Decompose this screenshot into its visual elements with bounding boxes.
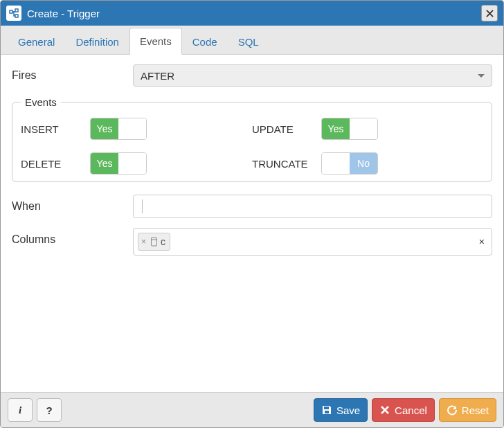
- info-icon: i: [19, 404, 21, 416]
- tab-code[interactable]: Code: [182, 28, 228, 55]
- column-tag: × c: [138, 233, 170, 251]
- when-row: When: [12, 195, 492, 218]
- columns-input[interactable]: × c ×: [133, 228, 492, 256]
- tab-definition[interactable]: Definition: [65, 28, 129, 55]
- columns-row: Columns × c ×: [12, 228, 492, 256]
- truncate-label: TRUNCATE: [252, 158, 321, 170]
- delete-row: DELETE Yes: [21, 152, 252, 175]
- fires-row: Fires AFTER: [12, 64, 492, 87]
- truncate-switch-value: No: [350, 153, 377, 174]
- delete-label: DELETE: [21, 158, 90, 170]
- when-value: [141, 199, 143, 213]
- update-switch[interactable]: Yes: [321, 118, 378, 140]
- insert-label: INSERT: [21, 123, 90, 135]
- close-icon: [486, 10, 494, 17]
- cancel-icon: [379, 404, 390, 416]
- update-switch-value: Yes: [322, 118, 350, 139]
- tab-events[interactable]: Events: [129, 28, 182, 55]
- help-button[interactable]: ?: [37, 398, 62, 422]
- column-tag-name: c: [161, 236, 165, 247]
- tab-general[interactable]: General: [8, 28, 65, 55]
- when-label: When: [12, 200, 133, 213]
- dialog-title: Create - Trigger: [27, 8, 481, 19]
- truncate-switch[interactable]: No: [321, 152, 378, 175]
- fires-select[interactable]: AFTER: [133, 64, 492, 87]
- trigger-icon: [6, 6, 21, 21]
- insert-switch[interactable]: Yes: [90, 118, 147, 140]
- events-group-label: Events: [21, 96, 61, 108]
- close-button[interactable]: [481, 5, 498, 21]
- cancel-button[interactable]: Cancel: [372, 398, 435, 422]
- events-tab-content: Fires AFTER Events INSERT Yes UPDATE: [1, 55, 503, 392]
- reset-button-label: Reset: [462, 404, 489, 416]
- info-button[interactable]: i: [8, 398, 33, 422]
- reset-icon: [447, 404, 458, 416]
- update-row: UPDATE Yes: [252, 118, 483, 140]
- fires-value: AFTER: [141, 70, 174, 82]
- delete-switch-value: Yes: [91, 153, 118, 174]
- insert-switch-value: Yes: [91, 118, 118, 139]
- svg-rect-0: [152, 238, 157, 246]
- insert-row: INSERT Yes: [21, 118, 252, 140]
- tab-bar: General Definition Events Code SQL: [1, 26, 503, 55]
- columns-label: Columns: [12, 228, 133, 246]
- save-button-label: Save: [336, 404, 360, 416]
- fires-label: Fires: [12, 69, 133, 82]
- update-label: UPDATE: [252, 123, 321, 135]
- save-icon: [321, 404, 332, 416]
- columns-clear-button[interactable]: ×: [479, 236, 485, 247]
- delete-switch[interactable]: Yes: [90, 152, 147, 175]
- create-trigger-dialog: Create - Trigger General Definition Even…: [0, 0, 504, 428]
- reset-button[interactable]: Reset: [439, 398, 496, 422]
- column-icon: [150, 237, 158, 247]
- chevron-down-icon: [478, 74, 485, 78]
- cancel-button-label: Cancel: [395, 404, 427, 416]
- events-group: Events INSERT Yes UPDATE Yes: [12, 96, 492, 182]
- save-button[interactable]: Save: [314, 398, 368, 422]
- tag-remove-button[interactable]: ×: [141, 237, 147, 247]
- truncate-row: TRUNCATE No: [252, 152, 483, 175]
- when-input[interactable]: [133, 195, 492, 218]
- titlebar: Create - Trigger: [1, 1, 503, 26]
- help-icon: ?: [46, 404, 52, 416]
- dialog-footer: i ? Save Cancel Reset: [1, 392, 503, 427]
- tab-sql[interactable]: SQL: [228, 28, 269, 55]
